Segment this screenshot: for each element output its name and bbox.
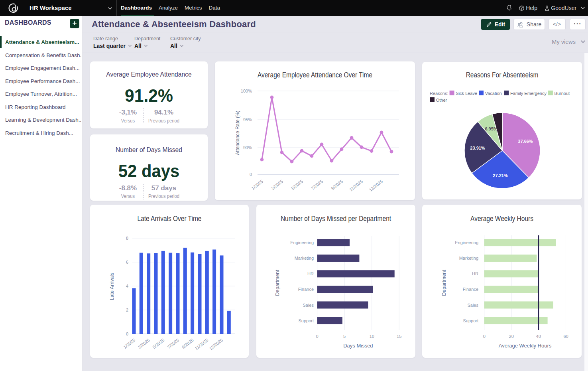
svg-text:Sales: Sales — [467, 303, 478, 308]
svg-text:6.95%: 6.95% — [485, 126, 497, 131]
svg-text:Burnout: Burnout — [555, 91, 570, 96]
svg-text:11/2025: 11/2025 — [194, 337, 209, 351]
svg-text:Average Weekly Hours: Average Weekly Hours — [499, 343, 552, 349]
svg-text:Vacation: Vacation — [485, 91, 502, 96]
svg-text:Sick Leave: Sick Leave — [456, 91, 477, 96]
svg-text:15: 15 — [397, 334, 401, 339]
svg-text:27.21%: 27.21% — [493, 173, 508, 178]
svg-text:0: 0 — [126, 332, 128, 336]
svg-text:100%: 100% — [241, 89, 252, 93]
svg-text:Marketing: Marketing — [459, 256, 478, 260]
svg-text:Sales: Sales — [303, 303, 314, 308]
svg-text:5: 5 — [343, 334, 346, 339]
svg-text:Support: Support — [298, 318, 314, 323]
svg-text:3/2025: 3/2025 — [137, 337, 151, 349]
svg-text:Support: Support — [463, 318, 478, 323]
svg-text:0: 0 — [316, 334, 319, 339]
svg-text:Reasons:: Reasons: — [430, 91, 448, 96]
svg-text:11/2025: 11/2025 — [348, 179, 364, 192]
svg-text:7/2025: 7/2025 — [166, 337, 180, 349]
svg-text:95%: 95% — [243, 117, 252, 122]
svg-text:23.91%: 23.91% — [470, 146, 485, 150]
svg-text:9/2025: 9/2025 — [330, 179, 344, 191]
svg-text:0: 0 — [483, 334, 486, 339]
svg-text:5/2025: 5/2025 — [290, 179, 304, 191]
svg-text:10: 10 — [370, 334, 374, 339]
svg-text:13/2025: 13/2025 — [208, 337, 224, 351]
svg-text:Engineering: Engineering — [455, 240, 478, 245]
svg-text:60: 60 — [563, 334, 568, 339]
svg-text:0: 0 — [250, 172, 252, 177]
svg-text:37.66%: 37.66% — [518, 139, 533, 144]
svg-text:2: 2 — [126, 308, 128, 312]
svg-text:Department: Department — [441, 270, 447, 296]
svg-text:Finance: Finance — [463, 287, 478, 292]
svg-text:90%: 90% — [243, 145, 252, 150]
svg-text:20: 20 — [509, 334, 514, 339]
svg-text:8: 8 — [126, 236, 128, 241]
svg-text:3/2025: 3/2025 — [270, 179, 284, 191]
svg-text:HR: HR — [307, 271, 314, 276]
svg-text:Engineering: Engineering — [290, 240, 314, 245]
svg-text:Family Emergency: Family Emergency — [510, 91, 547, 96]
svg-text:1/2025: 1/2025 — [122, 337, 136, 349]
svg-text:6: 6 — [126, 260, 128, 264]
svg-text:Finance: Finance — [298, 287, 314, 292]
svg-text:1/2025: 1/2025 — [250, 179, 264, 191]
svg-text:Late Arrivals: Late Arrivals — [109, 273, 115, 300]
svg-text:Marketing: Marketing — [295, 256, 314, 260]
svg-text:13/2025: 13/2025 — [368, 179, 384, 192]
svg-text:HR: HR — [472, 271, 478, 276]
svg-text:Attendance Rate (%): Attendance Rate (%) — [235, 111, 240, 155]
svg-text:9/2025: 9/2025 — [181, 337, 195, 349]
svg-text:Days Missed: Days Missed — [343, 343, 373, 349]
svg-text:7/2025: 7/2025 — [310, 179, 324, 191]
svg-text:5/2025: 5/2025 — [152, 337, 165, 349]
svg-text:Department: Department — [275, 270, 280, 296]
svg-text:Other: Other — [436, 98, 447, 103]
svg-text:4: 4 — [126, 284, 128, 288]
svg-text:40: 40 — [536, 334, 541, 339]
